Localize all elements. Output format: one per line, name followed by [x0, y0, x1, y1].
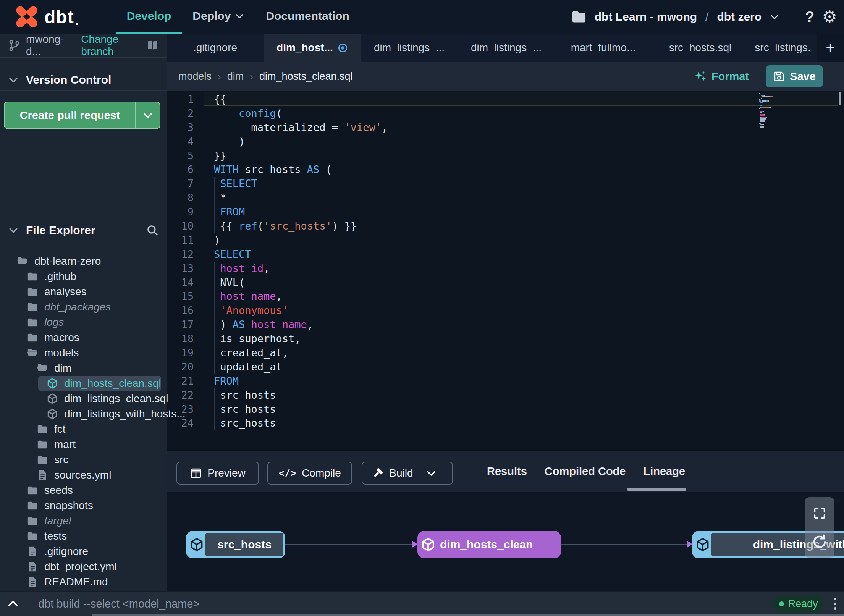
nav-item-label: Deploy [192, 10, 231, 23]
folder-open-icon [17, 255, 28, 267]
version-control-header[interactable]: Version Control [0, 58, 167, 91]
panel-tab-compiled-code[interactable]: Compiled Code [545, 465, 626, 478]
editor-tab-gitignore[interactable]: .gitignore [167, 34, 264, 62]
tree-item-label: README.md [44, 576, 108, 588]
pr-dropdown-chevron-icon[interactable] [135, 102, 160, 128]
chevron-up-icon[interactable] [0, 592, 26, 616]
save-button[interactable]: Save [766, 65, 823, 87]
settings-gear-icon[interactable]: ⚙ [822, 8, 837, 25]
dbt-logo-text: dbt [44, 6, 74, 27]
minimap-line [759, 110, 784, 111]
new-tab-button[interactable]: + [817, 34, 844, 62]
folder-icon [27, 515, 38, 527]
dbt-ide-app: dbt DevelopDeployDocumentation dbt Learn… [0, 0, 844, 616]
editor-tab-dim-host[interactable]: dim_host... [264, 34, 361, 62]
refresh-icon[interactable] [811, 533, 828, 551]
code-token: * [214, 192, 226, 204]
chevron-down-icon [234, 11, 244, 21]
folder-icon [27, 530, 38, 542]
tree-item-mart[interactable]: mart [0, 437, 167, 452]
minimap-line [759, 118, 784, 120]
code-token: src_hosts [214, 403, 276, 415]
change-branch-link[interactable]: Change branch [81, 33, 141, 58]
dbt-logo[interactable]: dbt [0, 0, 74, 34]
editor-tab-mart-fullmo[interactable]: mart_fullmo... [555, 34, 652, 62]
help-icon[interactable]: ? [805, 8, 814, 26]
code-token: ( [276, 107, 282, 119]
tree-item-dim[interactable]: dim [0, 361, 167, 376]
tree-item-snapshots[interactable]: snapshots [0, 498, 167, 513]
tree-item-dbt-packages[interactable]: dbt_packages [0, 299, 167, 315]
tree-item-label: fct [54, 423, 66, 435]
editor-tab-src-listings[interactable]: src_listings. [749, 34, 817, 62]
tree-item-analyses[interactable]: analyses [0, 284, 167, 299]
minimap-line [759, 95, 784, 96]
breadcrumb-separator-icon: › [218, 71, 221, 82]
format-button[interactable]: Format [694, 70, 749, 83]
tree-item-logs[interactable]: logs [0, 315, 167, 330]
folder-open-icon [27, 347, 38, 359]
editor-scrollbar-thumb[interactable] [839, 92, 841, 105]
nav-item-deploy[interactable]: Deploy [182, 0, 255, 34]
file-icon [27, 561, 38, 572]
topnav-right: dbt Learn - mwong / dbt zero ? ⚙ [571, 0, 837, 34]
command-input[interactable]: dbt build --select <model_name> [38, 598, 773, 610]
editor-tab-dim-listings[interactable]: dim_listings_... [458, 34, 555, 62]
tab-label: src_hosts.sql [669, 42, 731, 54]
minimap-line [759, 108, 784, 109]
tree-item-dbt-project-yml[interactable]: dbt_project.yml [0, 559, 167, 574]
lineage-edge [285, 544, 412, 545]
account-name[interactable]: dbt Learn - mwong [595, 10, 697, 23]
create-pull-request-button[interactable]: Create pull request [4, 102, 160, 129]
folder-icon [27, 286, 38, 297]
code-line: ) AS host_name, [167, 318, 821, 332]
indent-guide [214, 191, 215, 205]
tree-item-src[interactable]: src [0, 452, 167, 467]
panel-tab-lineage[interactable]: Lineage [643, 465, 685, 478]
code-token: , [307, 319, 313, 330]
tree-item-dim-listings-with-hosts[interactable]: dim_listings_with_hosts... [0, 406, 167, 422]
tree-item-models[interactable]: models [0, 345, 167, 361]
minimap-token [760, 120, 765, 121]
tree-item-label: .github [44, 270, 76, 283]
nav-item-documentation[interactable]: Documentation [255, 0, 360, 34]
lineage-node-dim-hosts-clean[interactable]: dim_hosts_clean [417, 531, 561, 558]
file-explorer-header[interactable]: File Explorer [0, 218, 167, 242]
editor-minimap[interactable] [759, 93, 784, 129]
lineage-canvas[interactable]: src_hostsdim_hosts_cleandim_listings_wit… [167, 492, 844, 591]
code-editor[interactable]: 123456789101112131415161718192021222324 … [167, 91, 844, 450]
tree-item-target[interactable]: target [0, 513, 167, 529]
tree-item-dbt-learn-zero[interactable]: dbt-learn-zero [0, 254, 167, 269]
kebab-menu-icon[interactable] [834, 598, 836, 610]
tree-item-label: dbt-learn-zero [34, 255, 101, 267]
tree-item-fct[interactable]: fct [0, 422, 167, 437]
tree-item-seeds[interactable]: seeds [0, 483, 167, 498]
lineage-node-src-hosts[interactable]: src_hosts [186, 531, 285, 558]
project-chevron-down-icon[interactable] [769, 11, 780, 22]
minimap-token [763, 107, 768, 108]
tree-item-gitignore[interactable]: .gitignore [0, 544, 167, 559]
code-token: AS [233, 319, 245, 330]
status-text: Ready [788, 598, 818, 610]
panel-tab-results[interactable]: Results [487, 465, 527, 478]
fullscreen-icon[interactable] [813, 506, 826, 520]
tree-item-label: macros [44, 331, 79, 344]
minimap-line [759, 127, 784, 128]
editor-tab-dim-listings[interactable]: dim_listings_... [361, 34, 458, 62]
tree-item-sources-yml[interactable]: sources.yml [0, 467, 167, 483]
branch-name[interactable]: mwong-d... [26, 33, 70, 58]
nav-item-develop[interactable]: Develop [116, 0, 182, 34]
tree-item-dim-listings-clean-sql[interactable]: dim_listings_clean.sql [0, 391, 167, 406]
minimap-token [760, 111, 763, 112]
tree-item-tests[interactable]: tests [0, 529, 167, 544]
project-name[interactable]: dbt zero [717, 10, 762, 23]
tree-item-macros[interactable]: macros [0, 330, 167, 345]
tree-item-dim-hosts-clean-sql[interactable]: dim_hosts_clean.sql [38, 376, 161, 391]
editor-scrollbar[interactable] [838, 91, 838, 450]
tree-item-readme-md[interactable]: README.md [0, 574, 167, 590]
docs-book-icon[interactable] [147, 39, 159, 52]
tree-item-github[interactable]: .github [0, 269, 167, 284]
editor-tab-src-hosts-sql[interactable]: src_hosts.sql [652, 34, 749, 62]
nav-item-label: Develop [127, 10, 171, 23]
search-icon[interactable] [146, 224, 159, 237]
